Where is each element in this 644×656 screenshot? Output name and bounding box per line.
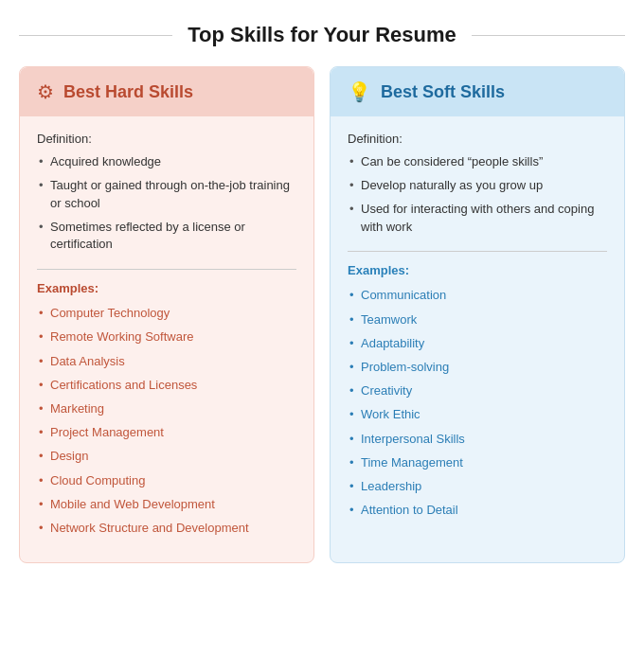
list-item: Mobile and Web Development [37,496,296,513]
hard-skills-header: ⚙ Best Hard Skills [20,67,313,116]
list-item: Interpersonal Skills [348,431,607,448]
hard-skills-title: Best Hard Skills [63,82,193,102]
soft-divider [348,251,607,252]
list-item: Can be considered “people skills” [348,153,607,171]
title-section: Top Skills for Your Resume [19,23,625,47]
cards-container: ⚙ Best Hard Skills Definition: Acquired … [19,66,625,563]
list-item: Problem-solving [348,359,607,376]
hard-divider [37,269,296,270]
list-item: Computer Technology [37,305,296,322]
list-item: Work Ethic [348,406,607,423]
soft-examples-label: Examples: [348,263,607,277]
hard-examples-list: Computer Technology Remote Working Softw… [37,305,296,537]
list-item: Cloud Computing [37,472,296,489]
list-item: Creativity [348,382,607,399]
list-item: Certifications and Licenses [37,377,296,394]
list-item: Data Analysis [37,353,296,370]
soft-skills-title: Best Soft Skills [381,82,505,102]
hard-definition-label: Definition: [37,132,296,146]
list-item: Project Management [37,424,296,441]
list-item: Time Management [348,454,607,471]
list-item: Acquired knowledge [37,153,296,171]
list-item: Design [37,448,296,465]
list-item: Communication [348,287,607,304]
title-line-left [19,35,172,36]
list-item: Used for interacting with others and cop… [348,201,607,237]
hard-skills-card: ⚙ Best Hard Skills Definition: Acquired … [19,66,314,563]
page-title: Top Skills for Your Resume [172,23,472,47]
soft-definition-label: Definition: [348,132,607,146]
list-item: Marketing [37,400,296,417]
soft-skills-body: Definition: Can be considered “people sk… [331,116,624,519]
list-item: Adaptability [348,335,607,352]
soft-skills-card: 💡 Best Soft Skills Definition: Can be co… [330,66,625,563]
soft-skills-header: 💡 Best Soft Skills [331,67,624,116]
list-item: Leadership [348,478,607,495]
list-item: Taught or gained through on-the-job trai… [37,177,296,213]
list-item: Develop naturally as you grow up [348,177,607,195]
list-item: Sometimes reflected by a license or cert… [37,219,296,255]
list-item: Attention to Detail [348,502,607,519]
gear-icon: ⚙ [37,80,54,103]
list-item: Network Structure and Development [37,520,296,537]
hard-examples-label: Examples: [37,281,296,295]
list-item: Remote Working Software [37,328,296,346]
soft-definition-list: Can be considered “people skills” Develo… [348,153,607,236]
hard-definition-list: Acquired knowledge Taught or gained thro… [37,153,296,254]
bulb-icon: 💡 [348,80,371,103]
title-line-right [472,35,625,36]
soft-examples-list: Communication Teamwork Adaptability Prob… [348,287,607,519]
hard-skills-body: Definition: Acquired knowledge Taught or… [20,116,313,537]
list-item: Teamwork [348,311,607,328]
